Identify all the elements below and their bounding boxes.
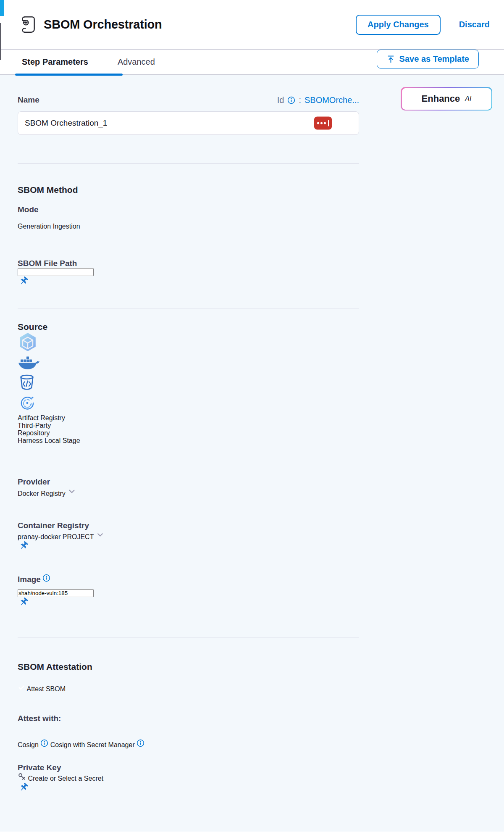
source-card-artifact-registry[interactable]	[18, 332, 504, 354]
sbom-file-path-field	[18, 268, 359, 290]
mode-option-generation[interactable]: Generation	[18, 223, 53, 230]
docker-whale-icon	[18, 354, 39, 371]
discard-button[interactable]: Discard	[459, 20, 490, 29]
source-card-labels: Artifact Registry Third-Party Repository…	[18, 414, 504, 445]
input-type-fixed-icon[interactable]	[314, 117, 332, 130]
chevron-down-icon[interactable]	[96, 530, 105, 539]
card-label-third-party: Third-Party	[18, 422, 504, 429]
image-label: Image	[18, 575, 41, 584]
active-tab-underline	[15, 74, 123, 76]
sbom-file-path-input[interactable]	[18, 268, 94, 276]
info-icon[interactable]	[42, 574, 50, 582]
attest-option-cosign-secret-manager[interactable]: Cosign with Secret Manager	[50, 741, 144, 748]
mode-option-ingestion[interactable]: Ingestion	[53, 223, 80, 230]
panel-header: SBOM Orchestration Apply Changes Discard	[0, 0, 504, 49]
divider	[18, 637, 359, 637]
attest-with-radio-group: Cosign Cosign with Secret Manager	[18, 739, 359, 749]
container-registry-field: pranay-docker PROJECT	[18, 530, 359, 556]
sbom-scroll-icon	[19, 15, 37, 34]
container-registry-value[interactable]: pranay-docker	[18, 533, 60, 540]
image-input[interactable]	[18, 589, 94, 597]
step-parameters-form: Enhance AI Name Id : SBOMOrche...	[0, 75, 504, 832]
provider-value: Docker Registry	[18, 490, 66, 497]
name-input[interactable]	[18, 111, 359, 135]
divider	[18, 163, 359, 164]
tab-bar: Step Parameters Advanced Save as Templat…	[0, 49, 504, 75]
attest-sbom-label: Attest SBOM	[27, 685, 66, 692]
source-card-harness-local-stage[interactable]	[18, 393, 504, 414]
left-edge-accent	[0, 0, 4, 16]
page-title: SBOM Orchestration	[44, 18, 356, 32]
provider-label: Provider	[18, 477, 359, 487]
pin-icon[interactable]	[18, 603, 29, 610]
info-icon[interactable]	[40, 739, 48, 747]
mode-radio-group: Generation Ingestion	[18, 223, 359, 230]
code-bucket-icon	[18, 373, 36, 392]
save-as-template-label: Save as Template	[399, 54, 469, 64]
enhance-label: Enhance	[422, 93, 460, 104]
info-icon[interactable]	[287, 96, 295, 104]
name-label: Name	[18, 95, 39, 105]
source-heading: Source	[18, 322, 359, 332]
chevron-down-icon	[67, 487, 76, 496]
image-field	[18, 589, 359, 614]
cube-icon	[18, 332, 38, 352]
scope-badge: PROJECT	[63, 533, 94, 540]
sbom-file-path-label: SBOM File Path	[18, 259, 359, 268]
sbom-method-heading: SBOM Method	[18, 185, 359, 195]
divider	[18, 308, 359, 308]
sbom-orchestration-panel: SBOM Orchestration Apply Changes Discard…	[0, 0, 504, 832]
attest-option-cosign[interactable]: Cosign	[18, 741, 50, 748]
private-key-field[interactable]: Create or Select a Secret	[18, 772, 359, 796]
card-label-harness-local-stage: Harness Local Stage	[18, 437, 504, 445]
pin-icon[interactable]	[18, 282, 29, 289]
container-registry-label: Container Registry	[18, 521, 359, 530]
card-label-repository: Repository	[18, 429, 504, 437]
apply-changes-button[interactable]: Apply Changes	[356, 15, 441, 35]
card-label-artifact-registry: Artifact Registry	[18, 414, 504, 422]
pin-icon[interactable]	[18, 547, 29, 554]
attest-sbom-checkbox-row[interactable]: Attest SBOM	[18, 684, 359, 693]
orbit-icon	[18, 393, 37, 413]
source-card-group	[18, 332, 504, 414]
id-label: Id	[277, 95, 284, 105]
tab-step-parameters[interactable]: Step Parameters	[22, 57, 88, 67]
private-key-label: Private Key	[18, 763, 359, 772]
info-icon[interactable]	[136, 739, 144, 747]
mode-label: Mode	[18, 205, 359, 214]
attest-with-label: Attest with:	[18, 714, 359, 723]
pin-icon[interactable]	[18, 788, 29, 795]
upload-icon	[386, 55, 395, 63]
enhance-ai-button[interactable]: Enhance AI	[401, 87, 492, 111]
save-as-template-button[interactable]: Save as Template	[377, 50, 479, 68]
key-icon	[18, 772, 26, 781]
provider-select[interactable]: Docker Registry	[18, 487, 359, 498]
id-value[interactable]: SBOMOrche...	[304, 95, 359, 105]
left-edge-divider	[0, 23, 1, 60]
ai-badge-icon: AI	[465, 95, 471, 103]
source-card-repository[interactable]	[18, 373, 504, 393]
id-colon: :	[299, 95, 301, 105]
tab-advanced[interactable]: Advanced	[118, 57, 155, 67]
private-key-placeholder: Create or Select a Secret	[28, 775, 103, 782]
sbom-attestation-heading: SBOM Attestation	[18, 662, 359, 672]
checkbox-checked-icon[interactable]	[18, 685, 27, 692]
step-id: Id : SBOMOrche...	[277, 95, 359, 105]
source-card-third-party[interactable]	[18, 354, 504, 373]
